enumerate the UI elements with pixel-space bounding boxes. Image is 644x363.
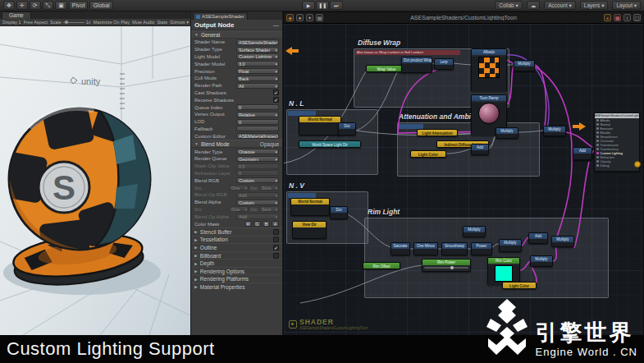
node-world-normal-nv[interactable]: World Normal	[290, 198, 330, 216]
shader-name-field[interactable]: ASESampleShader	[236, 39, 279, 45]
rect-tool-icon[interactable]: ▣	[55, 1, 67, 10]
foldout-outline[interactable]: ▶Outline✓	[191, 243, 282, 251]
node-multiply-1[interactable]: Multiply	[514, 60, 535, 71]
aspect-dropdown[interactable]: Free Aspect	[24, 20, 48, 25]
dst-alpha-dropdown[interactable]: Zero	[259, 206, 279, 212]
collab-button[interactable]: Collab ▾	[495, 1, 523, 10]
render-type-dropdown[interactable]: Opaque	[236, 149, 279, 154]
node-world-space-light-dir[interactable]: World Space Light Dir	[299, 140, 361, 148]
color-mask-b[interactable]: B	[263, 221, 270, 227]
offscreen-arrow-left-icon[interactable]	[285, 47, 299, 55]
fallback-field[interactable]	[236, 126, 279, 131]
custom-editor-field[interactable]: ASEMaterialInspector	[236, 133, 279, 139]
master-port[interactable]: Debug	[595, 163, 639, 168]
live-preview-icon[interactable]: ●	[296, 14, 304, 21]
node-add-atten[interactable]: Add	[471, 144, 489, 155]
node-multiply-atten[interactable]: Multiply	[496, 127, 518, 139]
color-mask-a[interactable]: A	[272, 221, 279, 227]
step-button[interactable]: ⏭	[330, 1, 343, 10]
blend-alpha-dropdown[interactable]: Custom	[236, 200, 279, 205]
maximize-on-play-button[interactable]: Maximize On Play	[94, 20, 130, 25]
node-light-color-atten[interactable]: Light Color	[410, 150, 446, 158]
display-dropdown[interactable]: Display 1	[2, 20, 21, 25]
scale-control[interactable]: Scale 1x	[50, 20, 91, 25]
lod-field[interactable]: 0	[236, 119, 279, 125]
tab-game[interactable]: Game	[2, 11, 31, 19]
node-power[interactable]: Power	[471, 242, 492, 255]
cull-mode-dropdown[interactable]: Back	[236, 76, 279, 81]
cast-shadows-checkbox[interactable]: ✓	[273, 90, 279, 95]
node-view-dir[interactable]: View Dir	[292, 221, 327, 239]
open-icon[interactable]: ▤	[316, 14, 323, 21]
pivot-toggle[interactable]: Pivot	[69, 1, 89, 10]
rim-power-slider[interactable]	[424, 267, 468, 269]
node-multiply-rim-top[interactable]: Multiply	[463, 226, 486, 237]
node-dot-product-wrap[interactable]: Dot product Wrap	[401, 57, 432, 73]
group-rim[interactable]	[364, 218, 609, 298]
node-saturate[interactable]: Saturate	[391, 242, 410, 255]
queue-index-field[interactable]: 0	[236, 104, 279, 110]
account-button[interactable]: Account ▾	[544, 1, 576, 10]
grid-icon[interactable]: ▦	[614, 14, 621, 21]
receive-shadows-checkbox[interactable]: ✓	[273, 97, 279, 103]
blend-op-rgb-dropdown[interactable]: Add	[236, 192, 279, 198]
billboard-checkbox[interactable]	[273, 253, 279, 259]
tessellation-checkbox[interactable]	[273, 237, 279, 242]
mute-audio-button[interactable]: Mute Audio	[132, 20, 155, 25]
blend-op-alpha-dropdown[interactable]: Add	[236, 214, 279, 219]
focus-icon[interactable]: ◈	[286, 14, 294, 21]
add-node-icon[interactable]: +	[604, 14, 611, 21]
render-queue-dropdown[interactable]: Geometry	[236, 156, 279, 162]
tab-ase-shader[interactable]: ASESampleShader	[193, 12, 248, 20]
pause-button[interactable]: ❚❚	[316, 1, 329, 10]
mask-clip-field[interactable]: 0.5	[236, 163, 279, 169]
node-multiply-out[interactable]: Multiply	[543, 126, 566, 136]
node-light-color-rim[interactable]: Light Color	[502, 282, 537, 289]
node-add-out[interactable]: Add	[573, 147, 592, 160]
node-smoothstep[interactable]: Smoothstep	[441, 242, 468, 255]
node-albedo-texture[interactable]: Albedo	[471, 48, 507, 91]
node-world-normal-nl[interactable]: World Normal	[299, 116, 341, 136]
offscreen-arrow-right-icon[interactable]	[573, 122, 586, 131]
gizmos-dropdown[interactable]: Gizmos ▾	[170, 20, 189, 25]
space-toggle[interactable]: Global	[89, 1, 112, 10]
layers-button[interactable]: Layers ▾	[580, 1, 609, 10]
node-multiply-rim3[interactable]: Multiply	[530, 255, 553, 267]
stats-button[interactable]: Stats	[157, 20, 167, 25]
cloud-icon[interactable]: ☁	[527, 1, 541, 10]
stencil-checkbox[interactable]	[273, 229, 279, 235]
shader-type-dropdown[interactable]: Surface Shader	[236, 47, 279, 53]
graph-canvas[interactable]: Diffuse Wrap Also known as Wrap Lambert …	[284, 24, 643, 335]
render-path-dropdown[interactable]: All	[236, 83, 279, 89]
node-dot-nl[interactable]: Dot	[338, 122, 356, 136]
node-light-attenuation[interactable]: Light Attenuation	[417, 129, 458, 136]
scale-tool-icon[interactable]: ⤡	[43, 1, 54, 10]
blend-rgb-dropdown[interactable]: Custom	[236, 177, 279, 183]
pan-tool-icon[interactable]: ✥	[3, 1, 15, 10]
precision-dropdown[interactable]: Float	[236, 68, 279, 74]
node-rim-power[interactable]: Rim Power	[422, 259, 471, 272]
play-button[interactable]: ▶	[302, 1, 315, 10]
scale-slider[interactable]	[63, 22, 84, 23]
node-multiply-rim[interactable]: Multiply	[499, 239, 522, 252]
color-mask-r[interactable]: R	[244, 221, 252, 227]
move-tool-icon[interactable]: ✛	[16, 1, 28, 10]
maximize-icon[interactable]: ▢	[633, 14, 641, 21]
dst-rgb-dropdown[interactable]: Zero	[259, 185, 279, 191]
foldout-billboard[interactable]: ▶Billboard	[191, 251, 282, 260]
layout-button[interactable]: Layout ▾	[612, 1, 641, 10]
node-multiply-rim2[interactable]: Multiply	[551, 236, 574, 247]
info-icon[interactable]: i	[623, 14, 631, 21]
foldout-rendering-options[interactable]: ▶Rendering Options	[191, 267, 282, 275]
foldout-rendering-platforms[interactable]: ▶Rendering Platforms	[191, 274, 282, 283]
node-add-rim[interactable]: Add	[528, 232, 548, 244]
shader-model-dropdown[interactable]: 3.0	[236, 61, 279, 67]
rotate-tool-icon[interactable]: ⟳	[30, 1, 41, 10]
outline-checkbox[interactable]: ✓	[273, 245, 279, 250]
src-rgb-dropdown[interactable]: One	[229, 185, 249, 191]
src-alpha-dropdown[interactable]: One	[229, 206, 249, 212]
foldout-stencil-buffer[interactable]: ▶Stencil Buffer	[191, 227, 282, 236]
rim-color-swatch[interactable]	[495, 265, 513, 282]
light-model-dropdown[interactable]: Custom Lighting	[236, 53, 279, 59]
clean-icon[interactable]: ✦	[306, 14, 313, 21]
